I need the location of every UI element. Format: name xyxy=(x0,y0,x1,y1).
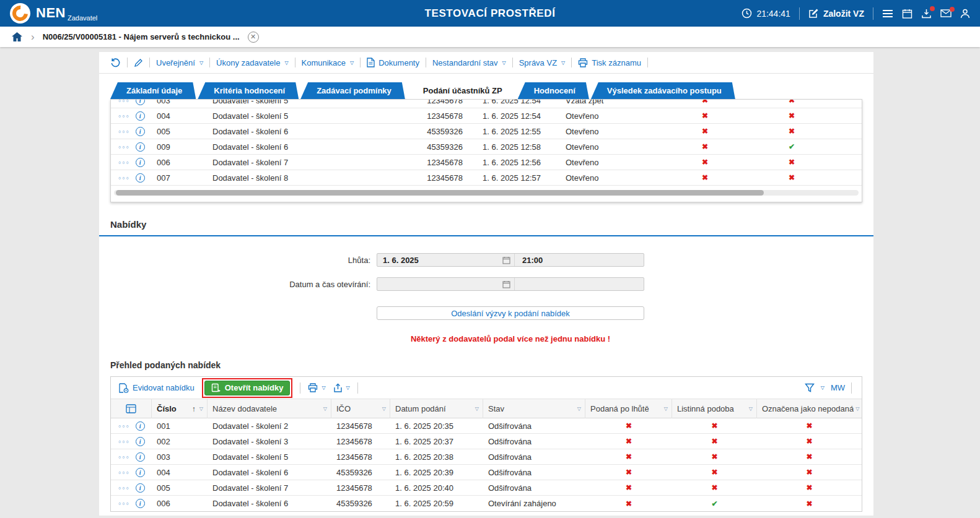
chevron-down-icon[interactable]: ▽ xyxy=(821,385,825,391)
col-podana-po-lhute[interactable]: Podaná po lhůtě▽ xyxy=(585,399,672,418)
participant-row[interactable]: 006 Dodavatel - školení 7 12345678 1. 6.… xyxy=(111,155,862,170)
tab[interactable]: Podání účastníků ZP xyxy=(407,82,516,99)
row-info-icon[interactable] xyxy=(136,437,145,446)
row-info-icon[interactable] xyxy=(136,452,145,462)
participant-row[interactable]: 004 Dodavatel - školení 5 12345678 1. 6.… xyxy=(111,108,862,124)
tab[interactable]: Zadávací podmínky xyxy=(300,82,405,99)
breadcrumb-record[interactable]: N006/25/V00005181 - Nájem serverů s tech… xyxy=(43,32,240,41)
participant-row[interactable]: 005 Dodavatel - školení 6 45359326 1. 6.… xyxy=(111,124,862,139)
menu-button[interactable] xyxy=(882,9,893,18)
deadline-time-value[interactable]: 21:00 xyxy=(515,254,644,266)
row-info-icon[interactable] xyxy=(136,142,145,152)
horizontal-scrollbar[interactable] xyxy=(114,190,859,196)
menu-komunikace[interactable]: Komunikace▽ xyxy=(302,58,354,67)
close-record-button[interactable]: ✕ xyxy=(248,32,259,43)
edit-record-button[interactable] xyxy=(134,58,143,67)
row-info-icon[interactable] xyxy=(136,499,145,508)
row-actions-icon[interactable] xyxy=(118,129,130,134)
col-cislo[interactable]: Číslo↑▽ xyxy=(152,399,208,418)
row-info-icon[interactable] xyxy=(136,483,145,493)
row-info-icon[interactable] xyxy=(136,173,145,183)
tab[interactable]: Kritéria hodnocení xyxy=(198,82,299,99)
row-actions-icon[interactable] xyxy=(118,114,130,118)
offer-row[interactable]: 005 Dodavatel - školení 7 12345678 1. 6.… xyxy=(111,480,862,496)
col-ico[interactable]: IČO▽ xyxy=(331,399,390,418)
menu-ukony-zadavatele[interactable]: Úkony zadavatele▽ xyxy=(216,58,289,67)
menu-tisk-zaznamu[interactable]: Tisk záznamu xyxy=(578,58,641,67)
messages-button[interactable] xyxy=(940,9,952,17)
row-info-icon[interactable] xyxy=(136,421,145,431)
row-actions-icon[interactable] xyxy=(118,439,130,444)
opening-field[interactable] xyxy=(377,277,644,291)
open-offers-button[interactable]: Otevřít nabídky xyxy=(204,381,291,395)
filter-caret-icon[interactable]: ▽ xyxy=(749,406,753,412)
chevron-down-icon[interactable]: ▽ xyxy=(322,385,325,391)
menu-sprava-vz[interactable]: Správa VZ▽ xyxy=(519,58,566,67)
row-actions-icon[interactable] xyxy=(118,424,130,428)
col-oznacena-jako-nepodana[interactable]: Označena jako nepodaná▽ xyxy=(757,399,863,418)
filter-button[interactable] xyxy=(805,383,815,392)
filter-caret-icon[interactable]: ▽ xyxy=(382,406,386,412)
separator xyxy=(873,7,873,20)
row-actions-icon[interactable] xyxy=(118,145,130,149)
offer-row[interactable]: 002 Dodavatel - školení 3 12345678 1. 6.… xyxy=(111,434,862,449)
chevron-down-icon[interactable]: ▽ xyxy=(346,385,350,391)
brand[interactable]: NEN Zadavatel xyxy=(10,3,97,24)
home-button[interactable] xyxy=(11,32,23,42)
print-button[interactable]: ▽ xyxy=(308,383,325,392)
filter-caret-icon[interactable]: ▽ xyxy=(199,406,203,412)
calendar-icon[interactable] xyxy=(502,280,510,288)
column-settings-button[interactable] xyxy=(111,399,152,418)
export-button[interactable]: ▽ xyxy=(333,383,350,393)
filter-caret-icon[interactable]: ▽ xyxy=(577,406,581,412)
row-info-icon[interactable] xyxy=(136,158,145,167)
deadline-date-value[interactable]: 1. 6. 2025 xyxy=(383,256,502,265)
profile-button[interactable] xyxy=(960,9,970,19)
deadline-field[interactable]: 1. 6. 2025 21:00 xyxy=(377,253,644,267)
mw-button[interactable]: MW xyxy=(831,383,845,392)
create-vz-button[interactable]: Založit VZ xyxy=(808,8,864,19)
row-info-icon[interactable] xyxy=(136,111,145,121)
filter-caret-icon[interactable]: ▽ xyxy=(855,406,859,412)
row-actions-icon[interactable] xyxy=(118,176,130,180)
row-info-icon[interactable] xyxy=(136,100,145,105)
register-offer-button[interactable]: Evidovat nabídku xyxy=(118,383,195,393)
col-stav[interactable]: Stav▽ xyxy=(483,399,585,418)
history-button[interactable] xyxy=(110,58,121,68)
filter-caret-icon[interactable]: ▽ xyxy=(323,406,327,412)
col-datum-podani[interactable]: Datum podání▽ xyxy=(390,399,483,418)
tab[interactable]: Výsledek zadávacího postupu xyxy=(591,82,735,99)
row-actions-icon[interactable] xyxy=(118,486,130,490)
filter-caret-icon[interactable]: ▽ xyxy=(664,406,668,412)
offer-row[interactable]: 004 Dodavatel - školení 6 45359326 1. 6.… xyxy=(111,465,862,480)
row-actions-icon[interactable] xyxy=(118,100,130,103)
calendar-icon[interactable] xyxy=(502,256,510,264)
row-actions-icon[interactable] xyxy=(118,501,130,506)
row-actions-icon[interactable] xyxy=(118,470,130,475)
nen-logo-icon[interactable] xyxy=(10,3,30,24)
offer-row[interactable]: 006 Dodavatel - školení 6 45359326 1. 6.… xyxy=(111,496,862,511)
menu-dokumenty[interactable]: Dokumenty xyxy=(367,58,419,67)
row-actions-icon[interactable] xyxy=(118,455,130,459)
participant-row[interactable]: 007 Dodavatel - školení 8 12345678 1. 6.… xyxy=(111,170,862,186)
send-invitation-button[interactable]: Odeslání výzvy k podání nabídek xyxy=(377,306,644,320)
sort-asc-icon[interactable]: ↑ xyxy=(192,405,196,413)
row-info-icon[interactable] xyxy=(136,468,145,477)
participant-row[interactable]: 003 Dodavatel - školení 5 12345678 1. 6.… xyxy=(111,100,862,108)
tab[interactable]: Hodnocení xyxy=(518,82,589,99)
tab[interactable]: Základní údaje xyxy=(110,82,196,99)
row-actions-icon[interactable] xyxy=(118,160,130,165)
downloads-button[interactable] xyxy=(921,9,932,19)
participant-row[interactable]: 009 Dodavatel - školení 6 45359326 1. 6.… xyxy=(111,139,862,155)
opening-time-value[interactable] xyxy=(515,278,644,290)
scrollbar-thumb[interactable] xyxy=(116,190,764,196)
row-info-icon[interactable] xyxy=(136,127,145,136)
col-nazev-dodavatele[interactable]: Název dodavatele▽ xyxy=(208,399,331,418)
offer-row[interactable]: 003 Dodavatel - školení 5 12345678 1. 6.… xyxy=(111,449,862,465)
calendar-button[interactable] xyxy=(902,9,912,19)
col-listinna-podoba[interactable]: Listinná podoba▽ xyxy=(672,399,757,418)
menu-nestandardni-stav[interactable]: Nestandardní stav▽ xyxy=(432,58,506,67)
filter-caret-icon[interactable]: ▽ xyxy=(475,406,479,412)
menu-uverejneni[interactable]: Uveřejnění▽ xyxy=(156,58,203,67)
offer-row[interactable]: 001 Dodavatel - školení 2 12345678 1. 6.… xyxy=(111,418,862,434)
